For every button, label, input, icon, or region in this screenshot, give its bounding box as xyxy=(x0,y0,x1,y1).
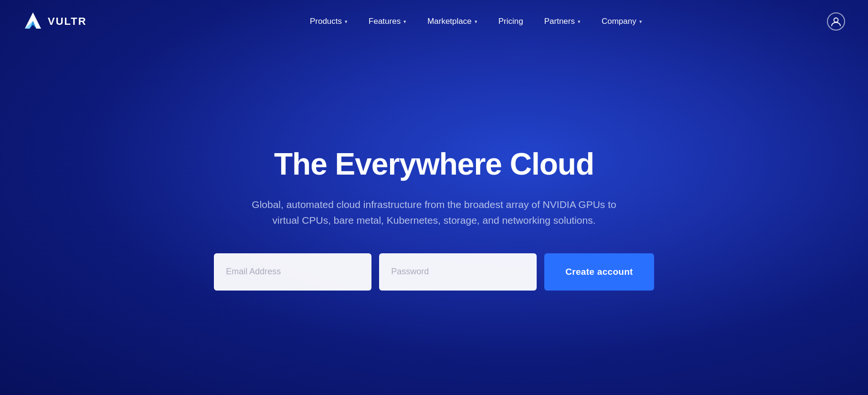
svg-point-3 xyxy=(834,18,838,22)
vultr-logo-icon xyxy=(23,11,43,31)
nav-pricing-label: Pricing xyxy=(498,17,523,26)
svg-marker-0 xyxy=(25,12,41,29)
nav-item-features[interactable]: Features ▾ xyxy=(358,13,417,30)
navbar: VULTR Products ▾ Features ▾ Marketplace … xyxy=(0,0,868,43)
nav-item-marketplace[interactable]: Marketplace ▾ xyxy=(417,13,488,30)
chevron-down-icon: ▾ xyxy=(345,19,348,25)
nav-company-label: Company xyxy=(602,17,636,26)
password-input[interactable] xyxy=(379,253,537,291)
hero-subtitle: Global, automated cloud infrastructure f… xyxy=(238,197,630,229)
nav-item-company[interactable]: Company ▾ xyxy=(591,13,653,30)
chevron-down-icon: ▾ xyxy=(639,19,642,25)
nav-partners-label: Partners xyxy=(544,17,575,26)
chevron-down-icon: ▾ xyxy=(475,19,477,25)
brand-name: VULTR xyxy=(48,15,87,28)
hero-title: The Everywhere Cloud xyxy=(274,147,594,181)
nav-item-partners[interactable]: Partners ▾ xyxy=(534,13,591,30)
nav-features-label: Features xyxy=(369,17,401,26)
nav-item-products[interactable]: Products ▾ xyxy=(299,13,358,30)
logo-link[interactable]: VULTR xyxy=(23,11,87,31)
nav-right xyxy=(827,12,845,31)
cta-row: Create account xyxy=(200,253,668,291)
hero-section: The Everywhere Cloud Global, automated c… xyxy=(0,43,868,395)
nav-links: Products ▾ Features ▾ Marketplace ▾ Pric… xyxy=(125,13,827,30)
chevron-down-icon: ▾ xyxy=(403,19,406,25)
nav-item-pricing[interactable]: Pricing xyxy=(488,13,534,30)
nav-products-label: Products xyxy=(310,17,342,26)
email-input[interactable] xyxy=(214,253,371,291)
nav-marketplace-label: Marketplace xyxy=(427,17,472,26)
chevron-down-icon: ▾ xyxy=(578,19,581,25)
page-wrapper: VULTR Products ▾ Features ▾ Marketplace … xyxy=(0,0,868,395)
person-icon xyxy=(831,16,841,27)
user-account-icon[interactable] xyxy=(827,12,845,31)
create-account-button[interactable]: Create account xyxy=(544,253,654,291)
